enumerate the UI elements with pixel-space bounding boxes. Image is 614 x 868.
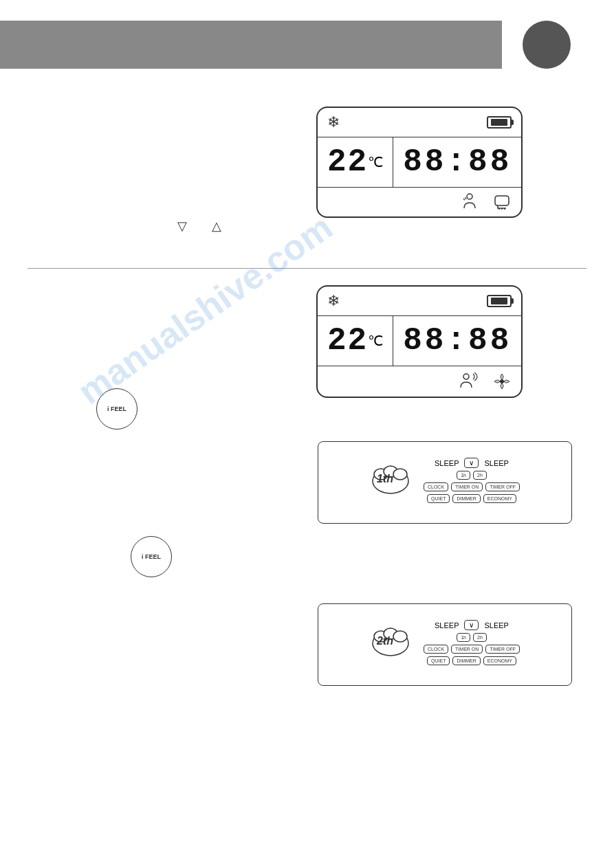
remote2-top-chevron-row: SLEEP ∨ SLEEP bbox=[435, 620, 509, 630]
remote2-buttons: SLEEP ∨ SLEEP 1h 2h CLOCK TIMER ON TIMER… bbox=[424, 620, 520, 665]
svg-line-2 bbox=[465, 197, 467, 199]
remote1-sleep-label-right: SLEEP bbox=[484, 459, 508, 467]
remote1-row3: QUIET DIMMER ECONOMY bbox=[427, 494, 516, 503]
remote-hand-area-2: 2th SLEEP ∨ SLEEP 1h 2h CLOCK TIMER ON T… bbox=[370, 620, 520, 665]
remote1-row2: CLOCK TIMER ON TIMER OFF bbox=[424, 482, 520, 491]
header-circle bbox=[523, 21, 571, 69]
ifeel-button-2[interactable]: i FEEL bbox=[131, 536, 172, 577]
remote2-dimmer-btn[interactable]: DIMMER bbox=[452, 656, 480, 665]
svg-point-11 bbox=[393, 469, 407, 480]
panel1-top-row: ❄ bbox=[318, 108, 521, 137]
watermark: manualshive.com bbox=[70, 206, 340, 412]
panel1-time: 88:88 bbox=[393, 137, 521, 187]
remote1-row1: 1h 2h bbox=[457, 471, 487, 480]
step1-label: 1th bbox=[377, 473, 393, 485]
svg-point-15 bbox=[393, 631, 407, 642]
battery-icon-2 bbox=[487, 295, 512, 307]
remote2-sleep-label: SLEEP bbox=[435, 621, 459, 630]
remote1-economy-btn[interactable]: ECONOMY bbox=[483, 494, 516, 503]
panel1-main-row: 22℃ 88:88 bbox=[318, 137, 521, 188]
remote2-economy-btn[interactable]: ECONOMY bbox=[483, 656, 516, 665]
remote1-buttons: SLEEP ∨ SLEEP 1h 2h CLOCK TIMER ON TIMER… bbox=[424, 458, 520, 503]
remote1-chevron[interactable]: ∨ bbox=[464, 458, 479, 468]
remote1-top-chevron-row: SLEEP ∨ SLEEP bbox=[435, 458, 509, 468]
svg-point-0 bbox=[467, 194, 472, 199]
snowflake-icon-2: ❄ bbox=[327, 292, 340, 310]
remote-panel-2: 2th SLEEP ∨ SLEEP 1h 2h CLOCK TIMER ON T… bbox=[318, 603, 572, 686]
step2-indicator: 2th bbox=[370, 624, 411, 661]
snowflake-icon-1: ❄ bbox=[327, 113, 340, 131]
remote1-2h-btn[interactable]: 2h bbox=[473, 471, 487, 480]
remote2-2h-btn[interactable]: 2h bbox=[473, 633, 487, 642]
header-bar bbox=[0, 21, 502, 69]
remote2-row2: CLOCK TIMER ON TIMER OFF bbox=[424, 645, 520, 654]
panel2-top-row: ❄ bbox=[318, 287, 521, 316]
display-panel-2: ❄ 22℃ 88:88 bbox=[316, 285, 523, 398]
remote1-1h-btn[interactable]: 1h bbox=[457, 471, 470, 480]
panel1-bottom-row bbox=[318, 188, 521, 216]
remote2-row3: QUIET DIMMER ECONOMY bbox=[427, 656, 516, 665]
panel1-temperature: 22℃ bbox=[318, 137, 393, 187]
panel2-temperature: 22℃ bbox=[318, 316, 393, 366]
step2-label: 2th bbox=[377, 635, 393, 647]
remote1-timeron-btn[interactable]: TIMER ON bbox=[451, 482, 483, 491]
ifeel-button-1[interactable]: i FEEL bbox=[96, 388, 138, 430]
step1-indicator: 1th bbox=[370, 462, 411, 499]
panel2-time: 88:88 bbox=[393, 316, 521, 366]
person-signal-icon-1 bbox=[461, 193, 479, 211]
panel2-main-row: 22℃ 88:88 bbox=[318, 316, 521, 366]
remote2-chevron[interactable]: ∨ bbox=[464, 620, 479, 630]
remote1-timeroff-btn[interactable]: TIMER OFF bbox=[485, 482, 520, 491]
remote1-clock-btn[interactable]: CLOCK bbox=[424, 482, 448, 491]
remote2-row1: 1h 2h bbox=[457, 633, 487, 642]
remote1-sleep-label: SLEEP bbox=[435, 459, 459, 467]
remote2-timeroff-btn[interactable]: TIMER OFF bbox=[485, 645, 520, 654]
remote2-quiet-btn[interactable]: QUIET bbox=[427, 656, 450, 665]
remote1-dimmer-btn[interactable]: DIMMER bbox=[452, 494, 480, 503]
remote-panel-1: 1th SLEEP ∨ SLEEP 1h 2h CLOCK TIMER ON T… bbox=[318, 441, 572, 524]
section-divider bbox=[28, 268, 586, 269]
battery-icon-1 bbox=[487, 116, 512, 129]
arrow-down-icon[interactable]: ▽ bbox=[177, 219, 187, 234]
remote-hand-area-1: 1th SLEEP ∨ SLEEP 1h 2h CLOCK TIMER ON T… bbox=[370, 458, 520, 503]
remote2-timeron-btn[interactable]: TIMER ON bbox=[451, 645, 483, 654]
remote1-quiet-btn[interactable]: QUIET bbox=[427, 494, 450, 503]
remote2-1h-btn[interactable]: 1h bbox=[457, 633, 470, 642]
arrow-up-icon[interactable]: △ bbox=[212, 219, 221, 234]
display-panel-1: ❄ 22℃ 88:88 bbox=[316, 107, 523, 218]
svg-point-6 bbox=[463, 374, 469, 379]
remote2-sleep-label-right: SLEEP bbox=[484, 621, 508, 630]
fan-icon-2 bbox=[492, 372, 512, 391]
skate-icon-1 bbox=[492, 194, 512, 210]
remote2-clock-btn[interactable]: CLOCK bbox=[424, 645, 448, 654]
person-signal-icon-2 bbox=[459, 372, 479, 390]
panel2-bottom-row bbox=[318, 366, 521, 397]
svg-line-1 bbox=[463, 199, 465, 200]
svg-point-7 bbox=[500, 379, 504, 383]
